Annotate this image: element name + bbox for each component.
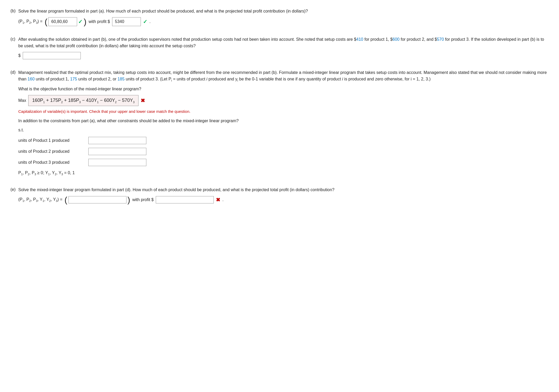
c-cost1: 410 [356, 37, 363, 42]
section-c-label: (c) [10, 36, 18, 42]
d-warning: Capitalization of variable(s) is importa… [18, 109, 549, 115]
d-constraint2-label: units of Product 2 produced [18, 148, 86, 155]
e-profit-input[interactable] [156, 196, 214, 203]
c-cost3: 570 [437, 37, 444, 42]
section-c-question: After evaluating the solution obtained i… [18, 36, 549, 49]
section-d-question: Management realized that the optimal pro… [18, 69, 549, 83]
e-answer-label: (P1, P2, P3, Y1, Y2, Y3) = [18, 196, 62, 203]
d-objective-row: Max 160P1 + 175P2 + 185P3 − 410Y1 − 600Y… [18, 95, 549, 106]
section-b-answer-row: (P1, P2, P3) = ( 60,80,60 ✓ ) with profi… [18, 17, 549, 26]
e-paren-group: ( ) [65, 196, 130, 204]
b-paren-group: ( 60,80,60 ✓ ) [45, 17, 87, 26]
d-limit3: 185 [118, 77, 125, 81]
section-b: (b) Solve the linear program formulated … [10, 8, 549, 29]
c-dollar-input[interactable] [23, 52, 81, 59]
d-limit1: 160 [28, 77, 35, 81]
section-c-answer-row: $ [18, 52, 549, 59]
b-dot: . [149, 19, 151, 25]
b-profit-check: ✓ [143, 18, 147, 26]
section-d: (d) Management realized that the optimal… [10, 69, 549, 179]
b-check-icon: ✓ [78, 18, 83, 26]
d-constraint1-input[interactable] [88, 137, 146, 144]
b-with-profit-label: with profit $ [89, 19, 110, 25]
section-b-label: (b) [10, 8, 18, 14]
c-cost2: 600 [393, 37, 400, 42]
b-open-paren: ( [45, 17, 48, 26]
section-e-label: (e) [10, 186, 18, 193]
e-values-input[interactable] [68, 196, 126, 203]
d-final-constraint: P1, P2, P3 ≥ 0; Y1, Y2, Y3 = 0, 1 [18, 170, 549, 177]
d-obj-question: What is the objective function of the mi… [18, 86, 549, 92]
d-constraint-row-2: units of Product 2 produced [18, 148, 549, 155]
b-answer-label: (P1, P2, P3) = [18, 18, 43, 25]
d-constraint3-label: units of Product 3 produced [18, 159, 86, 166]
d-obj-box: 160P1 + 175P2 + 185P3 − 410Y1 − 600Y2 − … [28, 95, 139, 106]
c-dollar-sign: $ [18, 52, 21, 59]
d-max-label: Max [18, 97, 26, 104]
d-constraint1-label: units of Product 1 produced [18, 137, 86, 144]
d-limit2: 175 [70, 77, 77, 81]
b-answer-box: 60,80,60 [48, 17, 77, 26]
section-e: (e) Solve the mixed-integer linear progr… [10, 186, 549, 207]
e-open-paren: ( [65, 196, 67, 204]
b-profit-box: 5340 [112, 17, 141, 26]
d-obj-cross: ✖ [141, 97, 145, 104]
e-cross-icon: ✖ [216, 196, 220, 204]
d-constraint-row-3: units of Product 3 produced [18, 159, 549, 166]
d-constraint-question: In addition to the constraints from part… [18, 118, 549, 124]
b-close-paren: ) [84, 17, 87, 26]
e-dot: . [222, 197, 223, 203]
section-b-question: Solve the linear program formulated in p… [18, 8, 549, 15]
e-with-profit-label: with profit $ [132, 197, 154, 203]
section-e-question: Solve the mixed-integer linear program f… [18, 186, 549, 193]
d-constraint3-input[interactable] [88, 159, 146, 166]
section-d-label: (d) [10, 69, 18, 75]
e-close-paren: ) [128, 196, 130, 204]
d-st-label: s.t. [18, 127, 549, 133]
section-c: (c) After evaluating the solution obtain… [10, 36, 549, 62]
d-constraint-row-1: units of Product 1 produced [18, 137, 549, 144]
d-constraint2-input[interactable] [88, 148, 146, 155]
section-e-answer-row: (P1, P2, P3, Y1, Y2, Y3) = ( ) with prof… [18, 196, 549, 204]
